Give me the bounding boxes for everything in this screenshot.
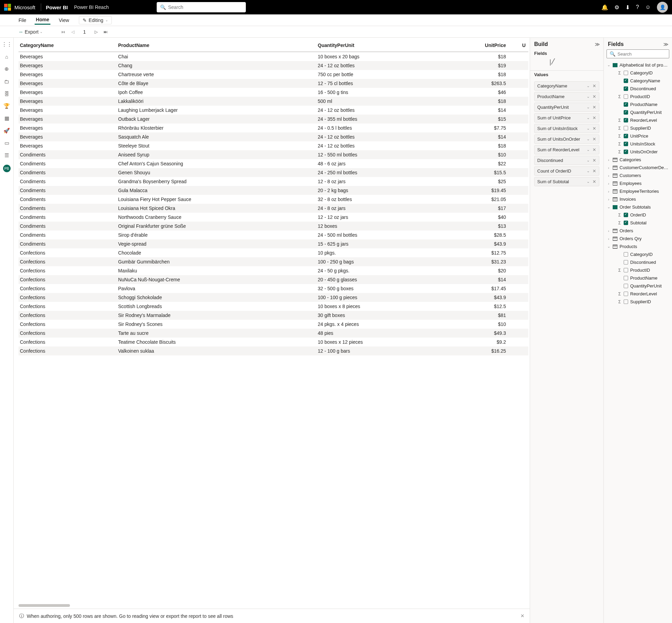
- close-icon[interactable]: ×: [520, 612, 524, 620]
- user-avatar[interactable]: 👤: [657, 2, 668, 13]
- value-field-pill[interactable]: Sum of Subtotal⌄✕: [534, 177, 599, 186]
- fields-search-input[interactable]: [617, 51, 672, 57]
- field-tree-item[interactable]: ΣProductID: [606, 266, 670, 274]
- field-checkbox[interactable]: [624, 79, 628, 83]
- table-row[interactable]: CondimentsOriginal Frankfurter grüne Soß…: [19, 222, 528, 231]
- field-checkbox[interactable]: [624, 94, 628, 99]
- prev-page-button[interactable]: ◁: [71, 30, 75, 34]
- table-tree-item[interactable]: ›Orders: [606, 227, 670, 235]
- remove-field-icon[interactable]: ✕: [592, 137, 596, 142]
- chevron-down-icon[interactable]: ⌄: [587, 94, 590, 99]
- notifications-icon[interactable]: 🔔: [601, 4, 608, 11]
- field-checkbox[interactable]: [624, 86, 628, 91]
- chevron-right-icon[interactable]: ›: [607, 174, 611, 178]
- remove-field-icon[interactable]: ✕: [592, 168, 596, 174]
- field-tree-item[interactable]: ΣReorderLevel: [606, 290, 670, 298]
- chevron-right-icon[interactable]: ›: [607, 197, 611, 201]
- field-checkbox[interactable]: [624, 110, 628, 115]
- field-tree-item[interactable]: CategoryID: [606, 250, 670, 258]
- chevron-right-icon[interactable]: ›: [607, 229, 611, 233]
- table-row[interactable]: BeveragesLakkalikööri500 ml$18: [19, 97, 528, 106]
- download-icon[interactable]: ⬇: [625, 4, 630, 11]
- tab-view[interactable]: View: [57, 16, 70, 24]
- table-row[interactable]: CondimentsNorthwoods Cranberry Sauce12 -…: [19, 213, 528, 222]
- settings-icon[interactable]: ⚙: [614, 4, 619, 11]
- chevron-down-icon[interactable]: ⌄: [587, 169, 590, 173]
- global-search-input[interactable]: [168, 4, 242, 10]
- tab-file[interactable]: File: [17, 16, 28, 24]
- export-button[interactable]: ↔ Export ⌄: [19, 29, 43, 35]
- table-row[interactable]: ConfectionsPavlova32 - 500 g boxes$17.45: [19, 284, 528, 293]
- table-tree-item[interactable]: ›Customers: [606, 172, 670, 179]
- column-header[interactable]: CategoryName: [19, 40, 117, 52]
- table-row[interactable]: BeveragesChang24 - 12 oz bottles$19: [19, 61, 528, 70]
- table-viewport[interactable]: CategoryNameProductNameQuantityPerUnitUn…: [14, 38, 530, 603]
- table-row[interactable]: ConfectionsMaxilaku24 - 50 g pkgs.$20: [19, 266, 528, 275]
- chevron-down-icon[interactable]: ⌄: [587, 116, 590, 120]
- create-icon[interactable]: ⊕: [4, 66, 10, 72]
- table-row[interactable]: BeveragesRhönbräu Klosterbier24 - 0.5 l …: [19, 124, 528, 132]
- chevron-down-icon[interactable]: ⌄: [587, 105, 590, 109]
- table-row[interactable]: ConfectionsValkoinen suklaa12 - 100 g ba…: [19, 346, 528, 355]
- field-checkbox[interactable]: [624, 276, 628, 280]
- field-checkbox[interactable]: [624, 260, 628, 265]
- table-tree-item[interactable]: ⌄Order Subtotals: [606, 203, 670, 211]
- remove-field-icon[interactable]: ✕: [592, 179, 596, 184]
- browse-icon[interactable]: 🗀: [4, 78, 10, 84]
- table-row[interactable]: BeveragesOutback Lager24 - 355 ml bottle…: [19, 115, 528, 124]
- field-tree-item[interactable]: ΣUnitPrice: [606, 132, 670, 140]
- remove-field-icon[interactable]: ✕: [592, 147, 596, 152]
- field-tree-item[interactable]: ΣUnitsOnOrder: [606, 148, 670, 156]
- table-tree-item[interactable]: ›EmployeeTerritories: [606, 187, 670, 195]
- field-checkbox[interactable]: [624, 102, 628, 107]
- workspaces-icon[interactable]: ☰: [4, 152, 10, 158]
- table-row[interactable]: BeveragesChartreuse verte750 cc per bott…: [19, 70, 528, 79]
- format-visual-icon[interactable]: [550, 59, 560, 68]
- column-header[interactable]: U: [509, 40, 528, 52]
- chevron-down-icon[interactable]: ⌄: [607, 63, 611, 67]
- table-row[interactable]: ConfectionsGumbär Gummibärchen100 - 250 …: [19, 257, 528, 266]
- table-row[interactable]: BeveragesLaughing Lumberjack Lager24 - 1…: [19, 106, 528, 115]
- table-row[interactable]: BeveragesIpoh Coffee16 - 500 g tins$46: [19, 88, 528, 97]
- help-icon[interactable]: ?: [636, 4, 639, 10]
- table-tree-item[interactable]: ⌄Products: [606, 243, 670, 250]
- first-page-button[interactable]: ⏮: [61, 30, 65, 34]
- remove-field-icon[interactable]: ✕: [592, 105, 596, 110]
- table-tree-item[interactable]: ›Invoices: [606, 195, 670, 203]
- field-tree-item[interactable]: ΣSupplierID: [606, 124, 670, 132]
- table-row[interactable]: ConfectionsChocolade10 pkgs.$12.75: [19, 248, 528, 257]
- tab-home[interactable]: Home: [35, 15, 51, 25]
- table-row[interactable]: ConfectionsScottish Longbreads10 boxes x…: [19, 302, 528, 311]
- global-search[interactable]: 🔍: [157, 2, 246, 12]
- remove-field-icon[interactable]: ✕: [592, 94, 596, 99]
- field-checkbox[interactable]: [624, 118, 628, 122]
- table-tree-item[interactable]: ›Orders Qry: [606, 235, 670, 243]
- field-tree-item[interactable]: Discontinued: [606, 258, 670, 266]
- table-row[interactable]: CondimentsChef Anton's Cajun Seasoning48…: [19, 159, 528, 168]
- field-checkbox[interactable]: [624, 71, 628, 75]
- field-tree-item[interactable]: ProductName: [606, 274, 670, 282]
- field-tree-item[interactable]: QuantityPerUnit: [606, 108, 670, 116]
- field-checkbox[interactable]: [624, 134, 628, 138]
- table-row[interactable]: ConfectionsNuNuCa Nuß-Nougat-Creme20 - 4…: [19, 275, 528, 284]
- chevron-down-icon[interactable]: ⌄: [587, 137, 590, 141]
- next-page-button[interactable]: ▷: [94, 30, 98, 34]
- field-tree-item[interactable]: ΣUnitsInStock: [606, 140, 670, 148]
- value-field-pill[interactable]: Sum of ReorderLevel⌄✕: [534, 145, 599, 154]
- remove-field-icon[interactable]: ✕: [592, 83, 596, 89]
- feedback-icon[interactable]: ☺: [645, 4, 651, 10]
- chevron-down-icon[interactable]: ⌄: [607, 244, 611, 249]
- horizontal-scrollbar[interactable]: [19, 604, 525, 607]
- table-tree-item[interactable]: ›CustomerCustomerDe…: [606, 164, 670, 172]
- field-checkbox[interactable]: [624, 221, 628, 225]
- brand-label[interactable]: Power BI: [46, 4, 68, 10]
- column-header[interactable]: ProductName: [117, 40, 316, 52]
- field-checkbox[interactable]: [624, 292, 628, 296]
- apps-grid-icon[interactable]: ▦: [4, 115, 10, 121]
- metrics-icon[interactable]: 🏆: [4, 103, 10, 109]
- table-row[interactable]: CondimentsLouisiana Fiery Hot Pepper Sau…: [19, 195, 528, 204]
- table-row[interactable]: CondimentsLouisiana Hot Spiced Okra24 - …: [19, 204, 528, 213]
- chevron-down-icon[interactable]: ⌄: [587, 148, 590, 152]
- chevron-down-icon[interactable]: ⌄: [587, 126, 590, 131]
- table-row[interactable]: BeveragesChai10 boxes x 20 bags$18: [19, 52, 528, 61]
